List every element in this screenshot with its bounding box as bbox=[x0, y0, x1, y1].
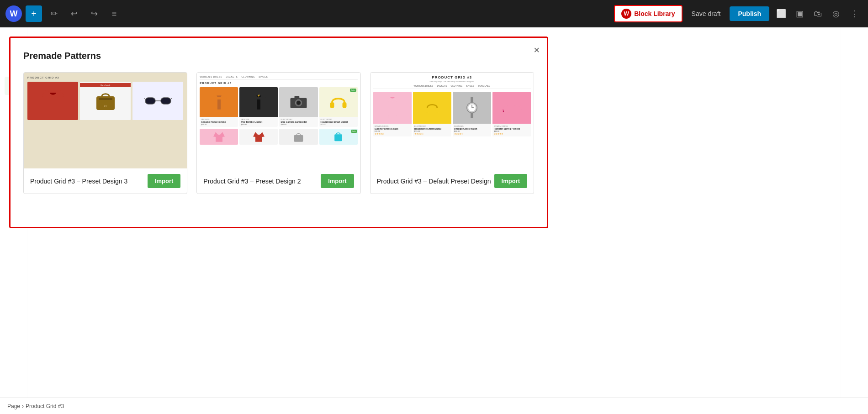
pattern2-footer: Product Grid #3 – Preset Design 2 Import bbox=[197, 168, 360, 194]
p2-black-jacket-img: ⚡ bbox=[239, 87, 278, 117]
block-library-button[interactable]: W Block Library bbox=[614, 5, 682, 22]
pattern1-import-button[interactable]: Import bbox=[148, 174, 180, 188]
woocommerce-button[interactable]: 🛍 bbox=[810, 5, 826, 22]
add-block-button[interactable]: + bbox=[26, 5, 42, 22]
preview2-second-row: Sale bbox=[200, 129, 357, 145]
p2-orange-jacket-info: JACKETS Casamo Parka Homme $90.00 bbox=[200, 117, 238, 127]
p2-headphones-info: ELECTRONIC Headphone Smart Digital $75.0… bbox=[319, 117, 358, 127]
modal-close-button[interactable]: × bbox=[534, 45, 540, 55]
p3-dress-info: WOMEN DRESS Summer Dress Straps $13.00 ★… bbox=[373, 124, 412, 136]
p2-teal-item: Sale bbox=[319, 129, 358, 145]
p2-gray-bag bbox=[279, 129, 318, 145]
undo-icon: ↩ bbox=[71, 9, 78, 19]
pattern1-footer: Product Grid #3 – Preset Design 3 Import bbox=[24, 168, 187, 194]
p2-sale-badge2: Sale bbox=[351, 130, 357, 133]
pattern-card-design2: WOMEN'S DRESS JACKETS CLOTHING SHOES PRO… bbox=[196, 72, 360, 194]
ellipsis-icon: ⋮ bbox=[850, 9, 858, 19]
svg-rect-4 bbox=[161, 98, 171, 104]
pattern1-name: Product Grid #3 – Preset Design 3 bbox=[30, 178, 127, 185]
pattern3-footer: Product Grid #3 – Default Preset Design … bbox=[370, 168, 534, 194]
svg-rect-8 bbox=[217, 99, 221, 109]
preview3-products: WOMEN DRESS Summer Dress Straps $13.00 ★… bbox=[373, 92, 531, 136]
p2-red-jacket bbox=[239, 129, 278, 145]
svg-rect-20 bbox=[435, 108, 439, 113]
preview2-products: JACKETS Casamo Parka Homme $90.00 bbox=[200, 87, 357, 127]
modal-overlay: Premade Patterns × PRODUCT GRID #3 bbox=[0, 27, 868, 398]
pattern-card-design3: PRODUCT GRID #3 CLOTHING bbox=[23, 72, 187, 194]
sidebar-toggle-button[interactable]: ▣ bbox=[791, 5, 808, 22]
p3-gold-headphones: ELECTRONIC Headphone Smart Digital $33.0… bbox=[413, 92, 451, 136]
pencil-icon: ✏ bbox=[51, 9, 58, 19]
svg-rect-15 bbox=[330, 102, 334, 108]
options-button[interactable]: ◎ bbox=[828, 5, 844, 22]
p3-pink-dress: WOMEN DRESS Summer Dress Straps $13.00 ★… bbox=[373, 92, 412, 136]
p2-headphones: Sale ELECTRONIC Headphone Smart bbox=[319, 87, 358, 127]
view-icon: ⬜ bbox=[776, 9, 786, 19]
p2-camera-info: ELECTRONIC Mini Camera Camcorder $90.00 bbox=[279, 117, 318, 127]
list-view-button[interactable]: ≡ bbox=[106, 5, 122, 22]
svg-rect-26 bbox=[471, 113, 473, 118]
sale-badge: Sale bbox=[350, 89, 356, 92]
pattern2-name: Product Grid #3 – Preset Design 2 bbox=[203, 178, 301, 185]
shirt-image bbox=[27, 82, 78, 120]
pattern-preview-default: PRODUCT GRID #3 Find Buy Shop - The Best… bbox=[370, 73, 534, 168]
preview1-product-bag: LV Out of stock BAGS Vadim Fashion Anti … bbox=[80, 82, 131, 120]
preview3-nav: WOMEN'S DRESS JACKETS CLOTHING SHOES SUN… bbox=[373, 84, 531, 89]
pattern2-import-button[interactable]: Import bbox=[321, 174, 354, 188]
bag-icon: 🛍 bbox=[814, 9, 822, 19]
block-library-icon: W bbox=[621, 9, 631, 19]
pattern-card-default: PRODUCT GRID #3 Find Buy Shop - The Best… bbox=[370, 72, 534, 194]
p3-shoes-img bbox=[492, 92, 531, 124]
p2-camera-img bbox=[279, 87, 318, 117]
undo-button[interactable]: ↩ bbox=[66, 5, 82, 22]
svg-rect-3 bbox=[145, 98, 155, 104]
preview3-header: PRODUCT GRID #3 bbox=[373, 75, 531, 79]
p3-watch-info: CLOTHING Ombigo Gents Watch $18.00 ★★★★☆ bbox=[453, 124, 491, 136]
p2-pink-top bbox=[200, 129, 238, 145]
svg-point-13 bbox=[296, 101, 301, 105]
p3-headphones-img bbox=[413, 92, 451, 124]
svg-rect-19 bbox=[425, 108, 429, 113]
svg-rect-17 bbox=[294, 135, 303, 141]
p3-pink-shoes: WOMEN DRESS Halfloter Spring Pointed $19… bbox=[492, 92, 531, 136]
breadcrumb-current: Product Grid #3 bbox=[26, 403, 64, 409]
out-of-stock-badge: Out of stock bbox=[80, 83, 131, 87]
svg-rect-14 bbox=[295, 96, 300, 99]
wp-logo[interactable]: W bbox=[5, 5, 22, 22]
p2-orange-jacket-img bbox=[200, 87, 238, 117]
pattern3-name: Product Grid #3 – Default Preset Design bbox=[377, 178, 491, 185]
pattern3-import-button[interactable]: Import bbox=[494, 174, 527, 188]
svg-rect-9 bbox=[257, 99, 260, 109]
pattern-grid: PRODUCT GRID #3 CLOTHING bbox=[23, 72, 534, 194]
svg-rect-18 bbox=[334, 134, 342, 141]
breadcrumb-page: Page bbox=[7, 403, 20, 409]
view-toggle-button[interactable]: ⬜ bbox=[773, 5, 789, 22]
p3-dress-img bbox=[373, 92, 412, 124]
publish-button[interactable]: Publish bbox=[730, 6, 769, 21]
p3-watch: CLOTHING Ombigo Gents Watch $18.00 ★★★★☆ bbox=[453, 92, 491, 136]
svg-rect-21 bbox=[471, 97, 473, 102]
preview1-products: CLOTHING Mens Sleeved Shirt $45 bbox=[27, 82, 183, 120]
preview2-nav: WOMEN'S DRESS JACKETS CLOTHING SHOES bbox=[200, 75, 357, 80]
more-options-button[interactable]: ⋮ bbox=[846, 5, 863, 22]
edit-button[interactable]: ✏ bbox=[46, 5, 62, 22]
sidebar-toggle-icon: ▣ bbox=[796, 9, 804, 19]
pattern-preview-design3: PRODUCT GRID #3 CLOTHING bbox=[24, 73, 187, 168]
p2-camera: ELECTRONIC Mini Camera Camcorder $90.00 bbox=[279, 87, 318, 127]
preview2-header: PRODUCT GRID #3 bbox=[200, 82, 357, 84]
top-toolbar: W + ✏ ↩ ↪ ≡ W Block Library Save draft P… bbox=[0, 0, 868, 27]
p3-watch-img bbox=[453, 92, 491, 124]
block-library-label: Block Library bbox=[634, 10, 675, 17]
svg-rect-16 bbox=[343, 102, 347, 108]
p3-shoes-info: WOMEN DRESS Halfloter Spring Pointed $19… bbox=[492, 124, 531, 136]
redo-button[interactable]: ↪ bbox=[86, 5, 102, 22]
save-draft-button[interactable]: Save draft bbox=[686, 6, 726, 21]
p2-orange-jacket: JACKETS Casamo Parka Homme $90.00 bbox=[200, 87, 238, 127]
svg-rect-1 bbox=[99, 98, 112, 100]
breadcrumb-separator: › bbox=[22, 403, 24, 409]
list-icon: ≡ bbox=[112, 9, 117, 19]
p2-black-jacket: ⚡ JACKETS Vior Bomber Jacket $95.00 bbox=[239, 87, 278, 127]
preview1-product-sunglasses: SUNGLASSES Vintage Black Oculos $56.00 –… bbox=[132, 82, 183, 120]
toolbar-right-icons: ⬜ ▣ 🛍 ◎ ⋮ bbox=[773, 5, 863, 22]
preview1-header: PRODUCT GRID #3 bbox=[27, 76, 183, 79]
